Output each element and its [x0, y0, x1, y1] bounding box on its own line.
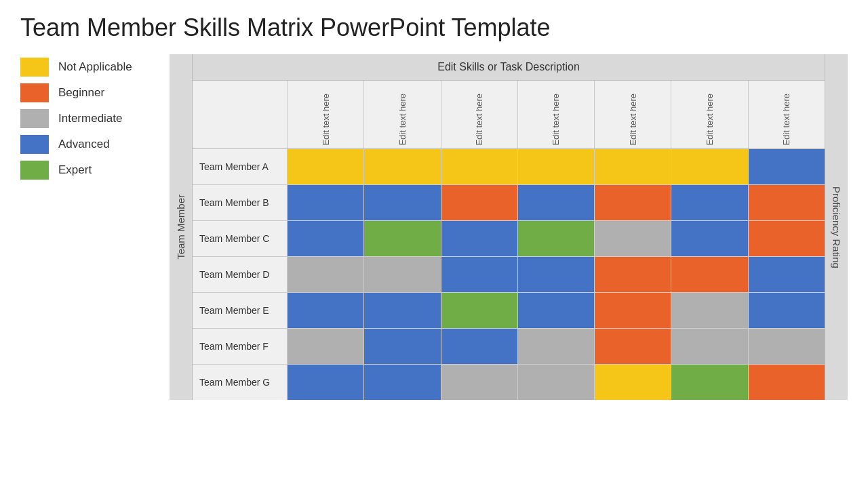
legend-label-beginner: Beginner — [58, 86, 104, 100]
col-header-4: Edit text here — [595, 81, 671, 148]
table-row: Team Member G — [193, 365, 825, 400]
skill-cell-r5-c4 — [595, 329, 671, 364]
skill-cell-r5-c5 — [671, 329, 748, 364]
legend: Not Applicable Beginner Intermediate Adv… — [20, 54, 170, 400]
skill-cell-r4-c0 — [288, 293, 364, 328]
row-side-label: Team Member — [170, 54, 193, 400]
table-row: Team Member D — [193, 257, 825, 293]
skill-cell-r0-c5 — [671, 149, 748, 184]
member-name-cell-5: Team Member F — [193, 329, 288, 364]
skill-cell-r5-c3 — [518, 329, 595, 364]
skill-cell-r6-c2 — [441, 365, 518, 400]
member-name-cell-3: Team Member D — [193, 257, 288, 292]
skill-cell-r1-c2 — [441, 185, 518, 220]
skill-cell-r1-c0 — [288, 185, 364, 220]
member-name-cell-2: Team Member C — [193, 221, 288, 256]
skill-cell-r2-c6 — [749, 221, 825, 256]
legend-color-advanced — [20, 135, 49, 154]
page-title: Team Member Skills Matrix PowerPoint Tem… — [20, 14, 848, 42]
legend-label-intermediate: Intermediate — [58, 112, 123, 125]
legend-item-intermediate: Intermediate — [20, 109, 170, 128]
skill-cell-r2-c3 — [518, 221, 595, 256]
legend-item-advanced: Advanced — [20, 135, 170, 154]
col-header-5: Edit text here — [671, 81, 748, 148]
skill-cell-r3-c0 — [288, 257, 364, 292]
skill-cell-r0-c3 — [518, 149, 595, 184]
skill-cell-r4-c6 — [749, 293, 825, 328]
skill-cell-r2-c4 — [595, 221, 671, 256]
skill-cell-r0-c6 — [749, 149, 825, 184]
legend-item-beginner: Beginner — [20, 83, 170, 102]
skill-cell-r3-c3 — [518, 257, 595, 292]
legend-color-not-applicable — [20, 58, 49, 77]
member-name-cell-4: Team Member E — [193, 293, 288, 328]
col-header-1: Edit text here — [364, 81, 441, 148]
skill-cell-r6-c6 — [749, 365, 825, 400]
skill-cell-r6-c5 — [671, 365, 748, 400]
table-row: Team Member F — [193, 329, 825, 365]
table-row: Team Member A — [193, 149, 825, 185]
skill-cell-r2-c5 — [671, 221, 748, 256]
skill-cell-r1-c5 — [671, 185, 748, 220]
skill-cell-r6-c4 — [595, 365, 671, 400]
legend-color-expert — [20, 161, 49, 180]
table-row: Team Member B — [193, 185, 825, 221]
skill-cell-r4-c4 — [595, 293, 671, 328]
skill-cell-r5-c1 — [364, 329, 441, 364]
skill-cell-r2-c2 — [441, 221, 518, 256]
legend-color-beginner — [20, 83, 49, 102]
col-header-2: Edit text here — [441, 81, 518, 148]
skill-cell-r6-c0 — [288, 365, 364, 400]
skill-cell-r1-c3 — [518, 185, 595, 220]
legend-label-expert: Expert — [58, 163, 92, 177]
matrix: Edit Skills or Task Description Edit tex… — [193, 54, 825, 400]
skill-cell-r4-c2 — [441, 293, 518, 328]
skill-cell-r0-c0 — [288, 149, 364, 184]
skill-cell-r3-c5 — [671, 257, 748, 292]
legend-item-not-applicable: Not Applicable — [20, 58, 170, 77]
col-side-label: Proficiency Rating — [825, 54, 848, 400]
skill-cell-r0-c1 — [364, 149, 441, 184]
skill-cell-r4-c3 — [518, 293, 595, 328]
legend-item-expert: Expert — [20, 161, 170, 180]
skill-cell-r5-c0 — [288, 329, 364, 364]
skill-cell-r0-c4 — [595, 149, 671, 184]
skill-cell-r1-c1 — [364, 185, 441, 220]
table-row: Team Member C — [193, 221, 825, 257]
skill-cell-r6-c1 — [364, 365, 441, 400]
member-col-header-blank — [193, 81, 288, 148]
member-name-cell-0: Team Member A — [193, 149, 288, 184]
skill-cell-r1-c4 — [595, 185, 671, 220]
skill-cell-r4-c5 — [671, 293, 748, 328]
skill-cell-r3-c6 — [749, 257, 825, 292]
col-header-6: Edit text here — [749, 81, 825, 148]
matrix-header: Edit Skills or Task Description — [193, 54, 825, 81]
member-name-cell-1: Team Member B — [193, 185, 288, 220]
col-headers-row: Edit text hereEdit text hereEdit text he… — [193, 81, 825, 149]
skill-cell-r3-c2 — [441, 257, 518, 292]
col-header-3: Edit text here — [518, 81, 595, 148]
skill-cell-r0-c2 — [441, 149, 518, 184]
col-header-0: Edit text here — [288, 81, 364, 148]
skill-cell-r1-c6 — [749, 185, 825, 220]
skill-cell-r2-c1 — [364, 221, 441, 256]
member-name-cell-6: Team Member G — [193, 365, 288, 400]
skill-cell-r5-c6 — [749, 329, 825, 364]
legend-label-advanced: Advanced — [58, 138, 110, 151]
skill-cell-r3-c4 — [595, 257, 671, 292]
skill-cell-r5-c2 — [441, 329, 518, 364]
legend-color-intermediate — [20, 109, 49, 128]
legend-label-not-applicable: Not Applicable — [58, 60, 132, 74]
table-row: Team Member E — [193, 293, 825, 329]
skill-cell-r4-c1 — [364, 293, 441, 328]
skill-cell-r6-c3 — [518, 365, 595, 400]
skill-cell-r2-c0 — [288, 221, 364, 256]
skill-cell-r3-c1 — [364, 257, 441, 292]
